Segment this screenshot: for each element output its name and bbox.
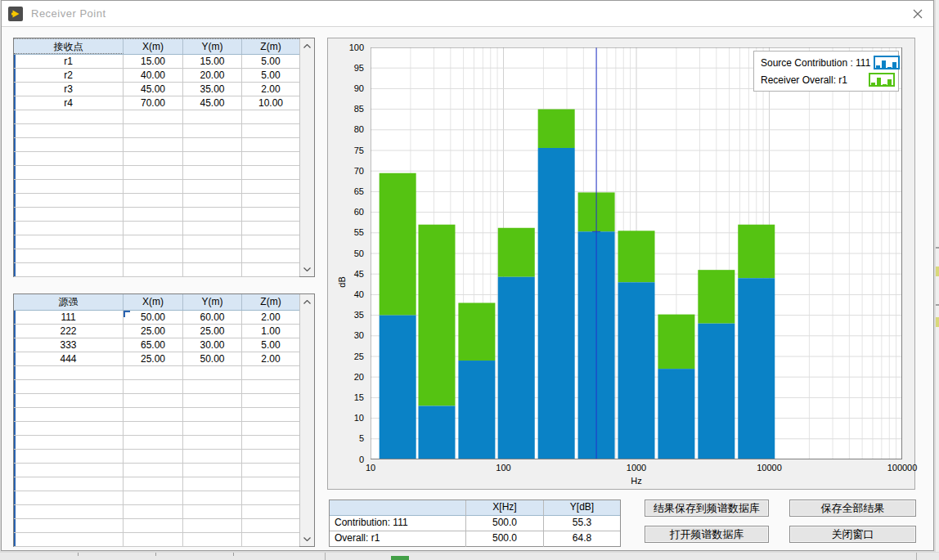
table-cell[interactable]: 25.00 bbox=[124, 352, 183, 366]
table-cell[interactable] bbox=[14, 180, 124, 194]
legend-item-overall[interactable]: Receiver Overall: r1 bbox=[757, 71, 895, 88]
table-cell[interactable]: 5.00 bbox=[242, 55, 299, 69]
table-cell[interactable] bbox=[14, 124, 124, 138]
table-row[interactable] bbox=[14, 477, 299, 491]
table-cell[interactable] bbox=[242, 380, 299, 394]
table-cell[interactable] bbox=[183, 533, 242, 547]
table-row[interactable] bbox=[14, 124, 299, 138]
table-row[interactable] bbox=[14, 436, 299, 450]
table-cell[interactable]: r2 bbox=[14, 69, 124, 83]
table-cell[interactable]: 50.00 bbox=[124, 311, 183, 325]
table-cell[interactable]: 15.00 bbox=[183, 55, 242, 69]
table-cell[interactable] bbox=[242, 138, 299, 152]
table-cell[interactable]: 5.00 bbox=[242, 338, 299, 352]
table-row[interactable] bbox=[14, 491, 299, 505]
table-cell[interactable] bbox=[242, 436, 299, 450]
stacked-bar[interactable] bbox=[618, 231, 655, 459]
save-to-spectrum-db-button[interactable]: 结果保存到频谱数据库 bbox=[645, 500, 769, 517]
table-cell[interactable] bbox=[14, 505, 124, 519]
table-cell[interactable]: r1 bbox=[14, 55, 124, 69]
table-cell[interactable] bbox=[242, 110, 299, 124]
table-cell[interactable] bbox=[242, 533, 299, 547]
stacked-bar[interactable] bbox=[698, 270, 735, 459]
table-cell[interactable] bbox=[183, 263, 242, 277]
table-cell[interactable] bbox=[242, 464, 299, 477]
table-cell[interactable] bbox=[183, 166, 242, 180]
cursor-x-value[interactable]: 500.0 bbox=[466, 516, 544, 531]
table-cell[interactable] bbox=[183, 477, 242, 491]
stacked-bar[interactable] bbox=[658, 315, 694, 459]
table-cell[interactable] bbox=[183, 235, 242, 249]
table-cell[interactable] bbox=[183, 394, 242, 408]
table-cell[interactable] bbox=[183, 519, 242, 533]
table-cell[interactable] bbox=[183, 249, 242, 263]
table-cell[interactable] bbox=[124, 222, 183, 235]
table-cell[interactable] bbox=[183, 180, 242, 194]
table-cell[interactable] bbox=[124, 380, 183, 394]
table-row[interactable] bbox=[14, 166, 299, 180]
table-cell[interactable] bbox=[14, 477, 124, 491]
table-cell[interactable] bbox=[14, 464, 124, 477]
table-cell[interactable]: 60.00 bbox=[183, 311, 242, 325]
bar-plot-icon[interactable] bbox=[869, 73, 895, 87]
table-cell[interactable] bbox=[124, 366, 183, 380]
stacked-bar[interactable] bbox=[458, 302, 495, 459]
table-cell[interactable] bbox=[124, 249, 183, 263]
table-cell[interactable] bbox=[183, 505, 242, 519]
scroll-down-icon[interactable] bbox=[300, 262, 314, 276]
table-cell[interactable] bbox=[124, 477, 183, 491]
legend-item-contribution[interactable]: Source Contribution : 111 bbox=[757, 54, 895, 71]
table-cell[interactable] bbox=[14, 263, 124, 277]
table-cell[interactable] bbox=[242, 124, 299, 138]
table-cell[interactable]: 25.00 bbox=[124, 325, 183, 338]
table-cell[interactable] bbox=[124, 394, 183, 408]
table-cell[interactable]: 444 bbox=[14, 352, 124, 366]
stacked-bar[interactable] bbox=[498, 228, 535, 459]
table-cell[interactable] bbox=[14, 166, 124, 180]
table-cell[interactable] bbox=[14, 491, 124, 505]
table-row[interactable] bbox=[14, 263, 299, 277]
cursor-y-value[interactable]: 64.8 bbox=[544, 531, 620, 547]
table-row[interactable] bbox=[14, 208, 299, 222]
save-all-results-button[interactable]: 保存全部结果 bbox=[789, 500, 916, 517]
table-row[interactable] bbox=[14, 235, 299, 249]
table-cell[interactable]: 25.00 bbox=[183, 325, 242, 338]
close-window-button[interactable]: 关闭窗口 bbox=[789, 526, 916, 543]
table-cell[interactable] bbox=[14, 394, 124, 408]
table-row[interactable] bbox=[14, 450, 299, 464]
table-cell[interactable]: 15.00 bbox=[124, 55, 183, 69]
table-cell[interactable] bbox=[124, 235, 183, 249]
bar-chart-svg[interactable] bbox=[371, 47, 902, 459]
table-cell[interactable] bbox=[14, 222, 124, 235]
table-row[interactable]: 11150.0060.002.00 bbox=[14, 311, 299, 325]
table-cell[interactable]: 2.00 bbox=[242, 352, 299, 366]
table-cell[interactable]: 1.00 bbox=[242, 325, 299, 338]
table-row[interactable] bbox=[14, 394, 299, 408]
table-row[interactable]: r345.0035.002.00 bbox=[14, 83, 299, 96]
table-cell[interactable] bbox=[183, 422, 242, 436]
table-cell[interactable] bbox=[14, 366, 124, 380]
table-cell[interactable]: 40.00 bbox=[124, 69, 183, 83]
table-cell[interactable] bbox=[242, 208, 299, 222]
table-row[interactable] bbox=[14, 152, 299, 166]
table-cell[interactable]: 333 bbox=[14, 338, 124, 352]
table-cell[interactable]: 20.00 bbox=[183, 69, 242, 83]
table-row[interactable] bbox=[14, 422, 299, 436]
table-cell[interactable] bbox=[124, 464, 183, 477]
cursor-y-value[interactable]: 55.3 bbox=[544, 516, 620, 531]
table-cell[interactable] bbox=[242, 477, 299, 491]
table-cell[interactable] bbox=[14, 249, 124, 263]
table-cell[interactable] bbox=[183, 222, 242, 235]
source-table-scrollbar[interactable] bbox=[299, 294, 314, 546]
table-cell[interactable]: 10.00 bbox=[242, 96, 299, 110]
table-row[interactable] bbox=[14, 519, 299, 533]
table-cell[interactable] bbox=[242, 263, 299, 277]
table-cell[interactable] bbox=[242, 235, 299, 249]
table-cell[interactable] bbox=[242, 366, 299, 380]
table-cell[interactable] bbox=[183, 380, 242, 394]
table-cell[interactable] bbox=[183, 491, 242, 505]
table-cell[interactable] bbox=[124, 505, 183, 519]
table-cell[interactable] bbox=[124, 208, 183, 222]
table-cell[interactable] bbox=[242, 152, 299, 166]
table-cell[interactable] bbox=[124, 450, 183, 464]
